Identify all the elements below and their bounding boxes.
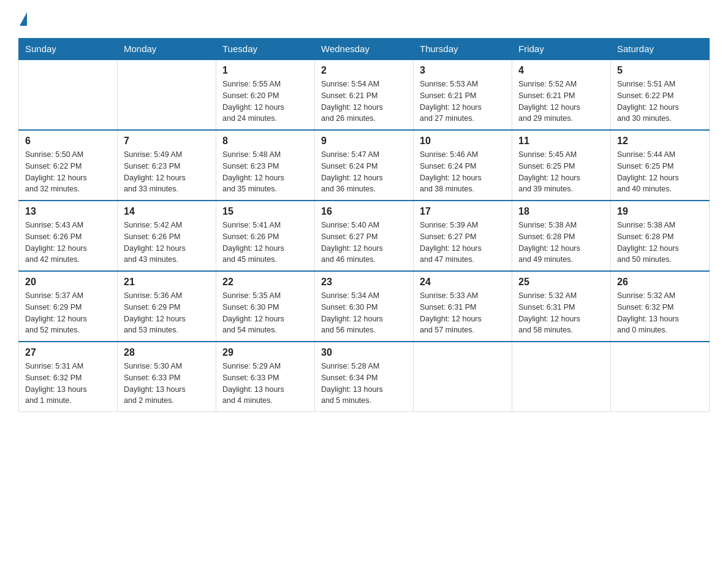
calendar-cell: 12Sunrise: 5:44 AMSunset: 6:25 PMDayligh… [611,130,710,201]
day-info: Sunrise: 5:52 AMSunset: 6:21 PMDaylight:… [518,79,604,124]
day-info: Sunrise: 5:38 AMSunset: 6:28 PMDaylight:… [617,220,703,266]
day-info: Sunrise: 5:32 AMSunset: 6:31 PMDaylight:… [518,290,604,336]
calendar-cell: 14Sunrise: 5:42 AMSunset: 6:26 PMDayligh… [118,201,216,271]
day-info: Sunrise: 5:40 AMSunset: 6:27 PMDaylight:… [321,220,407,266]
day-info: Sunrise: 5:44 AMSunset: 6:25 PMDaylight:… [617,149,703,195]
calendar-day-header: Thursday [414,39,512,60]
calendar-cell: 27Sunrise: 5:31 AMSunset: 6:32 PMDayligh… [19,342,118,412]
calendar-cell [19,59,118,130]
day-number: 6 [25,136,111,147]
calendar-cell: 17Sunrise: 5:39 AMSunset: 6:27 PMDayligh… [414,201,512,271]
day-info: Sunrise: 5:35 AMSunset: 6:30 PMDaylight:… [222,290,308,336]
day-info: Sunrise: 5:38 AMSunset: 6:28 PMDaylight:… [518,220,604,266]
day-info: Sunrise: 5:29 AMSunset: 6:33 PMDaylight:… [222,361,308,407]
day-info: Sunrise: 5:34 AMSunset: 6:30 PMDaylight:… [321,290,407,336]
calendar-day-header: Friday [512,39,611,60]
day-number: 9 [321,136,407,147]
day-number: 25 [518,277,604,288]
day-info: Sunrise: 5:46 AMSunset: 6:24 PMDaylight:… [420,149,506,195]
day-info: Sunrise: 5:47 AMSunset: 6:24 PMDaylight:… [321,149,407,195]
calendar-cell: 13Sunrise: 5:43 AMSunset: 6:26 PMDayligh… [19,201,118,271]
calendar-table: SundayMondayTuesdayWednesdayThursdayFrid… [18,38,710,412]
calendar-cell: 5Sunrise: 5:51 AMSunset: 6:22 PMDaylight… [611,59,710,130]
calendar-week-row: 27Sunrise: 5:31 AMSunset: 6:32 PMDayligh… [19,342,710,412]
day-info: Sunrise: 5:41 AMSunset: 6:26 PMDaylight:… [222,220,308,266]
day-number: 29 [222,347,308,358]
calendar-cell: 8Sunrise: 5:48 AMSunset: 6:23 PMDaylight… [216,130,315,201]
day-info: Sunrise: 5:48 AMSunset: 6:23 PMDaylight:… [222,149,308,195]
day-number: 13 [25,206,111,217]
day-number: 1 [222,65,308,76]
calendar-week-row: 1Sunrise: 5:55 AMSunset: 6:20 PMDaylight… [19,59,710,130]
day-info: Sunrise: 5:32 AMSunset: 6:32 PMDaylight:… [617,290,703,336]
day-info: Sunrise: 5:33 AMSunset: 6:31 PMDaylight:… [420,290,506,336]
day-number: 16 [321,206,407,217]
calendar-cell: 4Sunrise: 5:52 AMSunset: 6:21 PMDaylight… [512,59,611,130]
calendar-cell: 1Sunrise: 5:55 AMSunset: 6:20 PMDaylight… [216,59,315,130]
logo [18,12,27,26]
calendar-cell [118,59,216,130]
calendar-cell: 28Sunrise: 5:30 AMSunset: 6:33 PMDayligh… [118,342,216,412]
calendar-cell: 19Sunrise: 5:38 AMSunset: 6:28 PMDayligh… [611,201,710,271]
day-info: Sunrise: 5:53 AMSunset: 6:21 PMDaylight:… [420,79,506,124]
day-info: Sunrise: 5:37 AMSunset: 6:29 PMDaylight:… [25,290,111,336]
day-number: 21 [124,277,210,288]
calendar-cell [414,342,512,412]
day-info: Sunrise: 5:28 AMSunset: 6:34 PMDaylight:… [321,361,407,407]
calendar-cell: 7Sunrise: 5:49 AMSunset: 6:23 PMDaylight… [118,130,216,201]
day-number: 22 [222,277,308,288]
calendar-cell: 20Sunrise: 5:37 AMSunset: 6:29 PMDayligh… [19,271,118,342]
calendar-day-header: Monday [118,39,216,60]
calendar-cell: 16Sunrise: 5:40 AMSunset: 6:27 PMDayligh… [315,201,414,271]
day-number: 28 [124,347,210,358]
calendar-week-row: 6Sunrise: 5:50 AMSunset: 6:22 PMDaylight… [19,130,710,201]
day-info: Sunrise: 5:49 AMSunset: 6:23 PMDaylight:… [124,149,210,195]
day-info: Sunrise: 5:43 AMSunset: 6:26 PMDaylight:… [25,220,111,266]
calendar-cell: 21Sunrise: 5:36 AMSunset: 6:29 PMDayligh… [118,271,216,342]
calendar-cell: 24Sunrise: 5:33 AMSunset: 6:31 PMDayligh… [414,271,512,342]
calendar-cell: 23Sunrise: 5:34 AMSunset: 6:30 PMDayligh… [315,271,414,342]
day-number: 7 [124,136,210,147]
calendar-cell: 2Sunrise: 5:54 AMSunset: 6:21 PMDaylight… [315,59,414,130]
day-number: 18 [518,206,604,217]
day-number: 27 [25,347,111,358]
day-info: Sunrise: 5:55 AMSunset: 6:20 PMDaylight:… [222,79,308,124]
day-number: 12 [617,136,703,147]
calendar-week-row: 13Sunrise: 5:43 AMSunset: 6:26 PMDayligh… [19,201,710,271]
calendar-day-header: Wednesday [315,39,414,60]
day-info: Sunrise: 5:36 AMSunset: 6:29 PMDaylight:… [124,290,210,336]
day-info: Sunrise: 5:31 AMSunset: 6:32 PMDaylight:… [25,361,111,407]
calendar-day-header: Sunday [19,39,118,60]
calendar-day-header: Saturday [611,39,710,60]
day-number: 8 [222,136,308,147]
calendar-cell: 30Sunrise: 5:28 AMSunset: 6:34 PMDayligh… [315,342,414,412]
day-number: 3 [420,65,506,76]
day-number: 5 [617,65,703,76]
day-info: Sunrise: 5:45 AMSunset: 6:25 PMDaylight:… [518,149,604,195]
day-number: 24 [420,277,506,288]
day-number: 19 [617,206,703,217]
calendar-cell: 29Sunrise: 5:29 AMSunset: 6:33 PMDayligh… [216,342,315,412]
calendar-cell: 26Sunrise: 5:32 AMSunset: 6:32 PMDayligh… [611,271,710,342]
page-header [18,12,710,26]
calendar-cell [512,342,611,412]
day-info: Sunrise: 5:51 AMSunset: 6:22 PMDaylight:… [617,79,703,124]
day-number: 14 [124,206,210,217]
day-number: 4 [518,65,604,76]
calendar-week-row: 20Sunrise: 5:37 AMSunset: 6:29 PMDayligh… [19,271,710,342]
day-number: 20 [25,277,111,288]
calendar-day-header: Tuesday [216,39,315,60]
calendar-cell: 15Sunrise: 5:41 AMSunset: 6:26 PMDayligh… [216,201,315,271]
calendar-cell: 3Sunrise: 5:53 AMSunset: 6:21 PMDaylight… [414,59,512,130]
day-info: Sunrise: 5:42 AMSunset: 6:26 PMDaylight:… [124,220,210,266]
calendar-cell: 6Sunrise: 5:50 AMSunset: 6:22 PMDaylight… [19,130,118,201]
calendar-cell: 25Sunrise: 5:32 AMSunset: 6:31 PMDayligh… [512,271,611,342]
day-number: 30 [321,347,407,358]
day-info: Sunrise: 5:54 AMSunset: 6:21 PMDaylight:… [321,79,407,124]
day-number: 2 [321,65,407,76]
day-number: 15 [222,206,308,217]
calendar-cell: 9Sunrise: 5:47 AMSunset: 6:24 PMDaylight… [315,130,414,201]
day-info: Sunrise: 5:39 AMSunset: 6:27 PMDaylight:… [420,220,506,266]
calendar-cell: 22Sunrise: 5:35 AMSunset: 6:30 PMDayligh… [216,271,315,342]
day-info: Sunrise: 5:30 AMSunset: 6:33 PMDaylight:… [124,361,210,407]
